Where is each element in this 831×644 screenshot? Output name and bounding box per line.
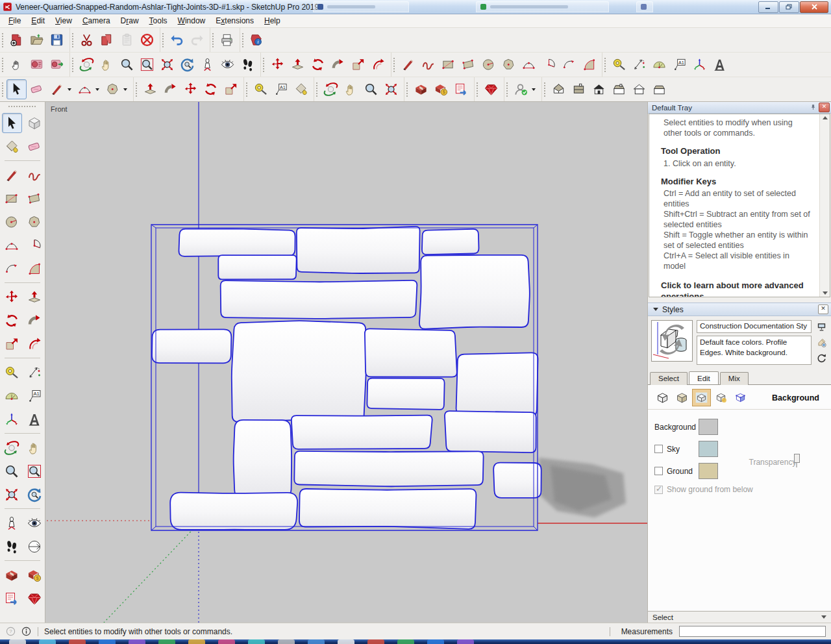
walk-button[interactable] <box>238 55 258 75</box>
sky-swatch[interactable] <box>699 441 718 457</box>
menu-file[interactable]: File <box>3 15 26 27</box>
warehouse-3d-button[interactable] <box>411 79 431 99</box>
pan-button[interactable] <box>341 79 361 99</box>
menu-camera[interactable]: Camera <box>77 15 116 27</box>
line-button[interactable] <box>398 55 418 75</box>
background-swatch[interactable] <box>699 419 718 435</box>
text-button[interactable] <box>669 55 689 75</box>
taskbar-app-sliver[interactable] <box>69 639 86 644</box>
face-settings-button[interactable] <box>673 389 691 406</box>
tab-edit[interactable]: Edit <box>689 371 719 384</box>
status-info-icon[interactable] <box>21 626 32 637</box>
dropdown-arrow-icon[interactable] <box>68 88 71 91</box>
tray-collapse-icon[interactable] <box>821 615 826 619</box>
line-button[interactable] <box>2 165 22 185</box>
follow-me-button[interactable] <box>328 55 348 75</box>
taskbar-app-sliver[interactable] <box>397 639 414 644</box>
toolbar-grip[interactable] <box>212 32 215 48</box>
taskbar-app-sliver[interactable] <box>39 639 56 644</box>
new-file-button[interactable] <box>6 30 27 50</box>
eraser-button[interactable] <box>25 136 45 156</box>
arc-2pt-button[interactable] <box>75 79 95 99</box>
dropdown-arrow-icon[interactable] <box>532 88 536 91</box>
toolbar-grip[interactable] <box>604 57 607 73</box>
toolbar-grip[interactable] <box>1 32 5 48</box>
tape-measure-button[interactable] <box>2 362 22 382</box>
protractor-button[interactable] <box>649 55 669 75</box>
create-new-style-icon[interactable] <box>815 336 828 349</box>
extension-manager-button[interactable] <box>25 588 45 608</box>
select-button[interactable] <box>2 113 22 133</box>
toolbar-grip[interactable] <box>71 32 75 48</box>
measurements-input[interactable] <box>679 626 826 637</box>
zoom-button[interactable] <box>117 55 137 75</box>
display-secondary-pane-icon[interactable] <box>815 321 828 333</box>
move-button[interactable] <box>180 79 201 99</box>
copy-button[interactable] <box>97 30 117 50</box>
taskbar-app-sliver[interactable] <box>129 639 145 644</box>
text-button[interactable] <box>25 386 45 406</box>
show-ground-checkbox[interactable] <box>654 486 663 494</box>
collapse-triangle-icon[interactable] <box>653 308 658 311</box>
follow-me-button[interactable] <box>160 79 180 99</box>
toolbar-grip[interactable] <box>135 82 138 97</box>
polygon-button[interactable] <box>103 79 123 99</box>
3d-text-button[interactable] <box>710 55 730 75</box>
axes-button[interactable] <box>2 409 22 429</box>
windows-taskbar[interactable] <box>0 639 831 644</box>
hand-cursor-button[interactable] <box>6 55 27 75</box>
dimensions-button[interactable] <box>25 362 45 382</box>
pin-icon[interactable] <box>808 103 819 112</box>
print-button[interactable] <box>217 30 237 50</box>
3d-text-button[interactable] <box>25 409 45 429</box>
toolbar-grip[interactable] <box>543 82 547 97</box>
restore-button[interactable] <box>779 1 799 13</box>
scale-button[interactable] <box>348 55 368 75</box>
position-camera-button[interactable] <box>197 55 217 75</box>
view-iso-button[interactable] <box>549 79 569 99</box>
toolbar-grip[interactable] <box>476 82 479 97</box>
arc-2pt-button[interactable] <box>519 55 539 75</box>
paint-bucket-button[interactable] <box>291 79 311 99</box>
look-around-button[interactable] <box>25 513 45 533</box>
tape-measure-button[interactable] <box>609 55 629 75</box>
view-top-button[interactable] <box>569 79 589 99</box>
toolbar-grip[interactable] <box>393 57 396 73</box>
toolbar-grip[interactable] <box>316 82 319 97</box>
plugin-b-button[interactable] <box>47 55 67 75</box>
rotated-rectangle-button[interactable] <box>25 188 45 208</box>
rotate-button[interactable] <box>201 79 221 99</box>
arc-3pt-button[interactable] <box>2 258 22 279</box>
transparency-slider[interactable] <box>796 457 797 467</box>
push-pull-button[interactable] <box>140 79 160 99</box>
scale-button[interactable] <box>2 334 22 354</box>
taskbar-app-sliver[interactable] <box>367 639 384 644</box>
pan-button[interactable] <box>97 55 117 75</box>
menu-tools[interactable]: Tools <box>144 15 173 27</box>
push-pull-button[interactable] <box>288 55 308 75</box>
menu-extensions[interactable]: Extensions <box>210 15 259 27</box>
toolbar-grip[interactable] <box>71 57 75 73</box>
scroll-down-icon[interactable] <box>823 291 828 295</box>
scroll-up-icon[interactable] <box>823 116 828 119</box>
drawing-canvas[interactable]: Front <box>45 102 647 623</box>
model-viewport[interactable] <box>45 102 647 623</box>
ground-swatch[interactable] <box>699 463 718 479</box>
open-file-button[interactable] <box>27 30 47 50</box>
taskbar-app-sliver[interactable] <box>248 639 265 644</box>
taskbar-app-sliver[interactable] <box>188 639 205 644</box>
dimensions-button[interactable] <box>629 55 649 75</box>
scale-button[interactable] <box>221 79 241 99</box>
style-thumbnail[interactable] <box>651 320 693 362</box>
taskbar-app-sliver[interactable] <box>218 639 235 644</box>
palette-grip[interactable] <box>8 105 37 108</box>
select-button[interactable] <box>6 79 27 99</box>
look-around-button[interactable] <box>217 55 238 75</box>
zoom-previous-button[interactable] <box>25 484 45 504</box>
style-name-field[interactable]: Construction Documentation Sty <box>697 320 812 333</box>
polygon-button[interactable] <box>25 212 45 232</box>
orbit-button[interactable] <box>2 438 22 458</box>
sky-checkbox[interactable] <box>654 445 663 453</box>
advanced-operations-link[interactable]: Click to learn about more advanced opera… <box>661 280 813 297</box>
user-account-button[interactable] <box>511 79 531 99</box>
